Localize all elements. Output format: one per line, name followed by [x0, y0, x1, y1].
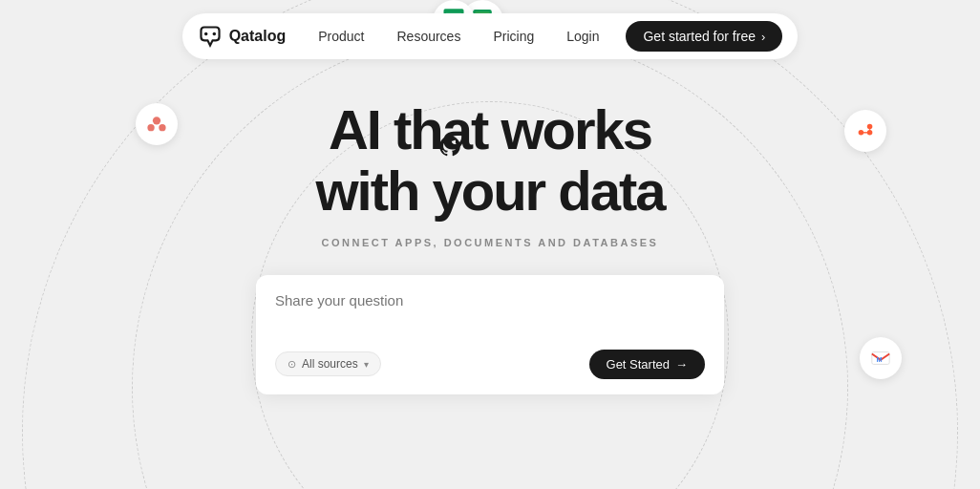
get-started-search-button[interactable]: Get Started → — [589, 350, 705, 379]
svg-point-23 — [204, 32, 207, 35]
nav-resources[interactable]: Resources — [381, 23, 476, 50]
navbar: Qatalog Product Resources Pricing Login … — [0, 0, 980, 73]
nav-pricing[interactable]: Pricing — [478, 23, 549, 50]
hero-subtitle: CONNECT APPS, DOCUMENTS AND DATABASES — [0, 237, 980, 248]
nav-links: Product Resources Pricing Login — [303, 23, 614, 50]
sources-icon: ⊙ — [288, 358, 296, 371]
svg-point-24 — [212, 32, 215, 35]
logo-text: Qatalog — [229, 28, 287, 45]
arrow-right-icon: → — [675, 357, 688, 372]
sources-button[interactable]: ⊙ All sources ▾ — [275, 351, 381, 376]
hero-section: AI that works with your data CONNECT APP… — [0, 73, 980, 394]
search-input[interactable] — [275, 292, 705, 340]
search-box: ⊙ All sources ▾ Get Started → — [256, 275, 724, 394]
get-started-nav-button[interactable]: Get started for free › — [626, 21, 782, 52]
cta-arrow-icon: › — [761, 30, 765, 44]
chevron-down-icon: ▾ — [364, 359, 369, 370]
logo-icon — [198, 24, 223, 49]
hero-title: AI that works with your data — [0, 99, 980, 222]
search-footer: ⊙ All sources ▾ Get Started → — [275, 350, 705, 379]
nav-login[interactable]: Login — [551, 23, 614, 50]
logo[interactable]: Qatalog — [198, 24, 287, 49]
nav-product[interactable]: Product — [303, 23, 379, 50]
